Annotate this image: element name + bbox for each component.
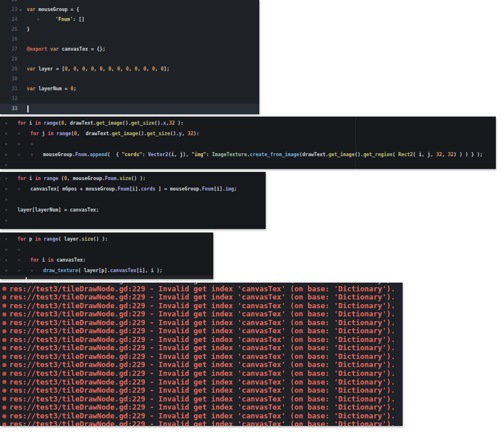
- line-number[interactable]: 22: [0, 0, 17, 5]
- line-number[interactable]: 26: [0, 34, 17, 44]
- code-area[interactable]: 2223⌄var mouseGroup = {24»'Fnum': []25}2…: [0, 0, 259, 114]
- error-message: res://test3/tileDrawNode.gd:229 - Invali…: [9, 284, 395, 293]
- code-area[interactable]: »for i in range(0, drawText.get_image().…: [0, 118, 496, 169]
- fold-caret-icon[interactable]: ⌄: [0, 172, 1, 183]
- code-token: layer[layerNum] = canvasTex;: [17, 207, 99, 213]
- code-line[interactable]: ⌄»for i in range (0, mouseGroup.Fnum.siz…: [0, 173, 266, 184]
- code-line[interactable]: »for i in range(0, drawText.get_image().…: [0, 118, 496, 128]
- error-row[interactable]: res://test3/tileDrawNode.gd:229 - Invali…: [0, 285, 403, 294]
- script-editor-snippet-1[interactable]: 2223⌄var mouseGroup = {24»'Fnum': []25}2…: [0, 0, 259, 114]
- code-token: drawText.: [86, 131, 112, 136]
- tab-indent-marker: »: [5, 255, 17, 265]
- code-line[interactable]: 26: [0, 34, 259, 44]
- error-row[interactable]: res://test3/tileDrawNode.gd:229 - Invali…: [0, 378, 403, 387]
- code-line[interactable]: 27@export var canvasTex = {};: [0, 44, 259, 54]
- tab-indent-marker: »: [17, 265, 30, 276]
- code-line[interactable]: 23⌄var mouseGroup = {: [0, 5, 259, 15]
- error-row[interactable]: res://test3/tileDrawNode.gd:229 - Invali…: [0, 369, 403, 378]
- code-token: var: [50, 46, 59, 52]
- code-line[interactable]: 28: [0, 54, 259, 64]
- code-area[interactable]: ⌄»for p in range( layer.size() ):»»⌄»»fo…: [0, 234, 213, 279]
- code-token: for: [17, 120, 26, 126]
- code-token: Fnum: [202, 186, 214, 192]
- code-token: "img": [192, 151, 206, 157]
- line-number[interactable]: 31: [0, 84, 17, 94]
- code-line[interactable]: ⌄»»for i in canvasTex:: [0, 255, 213, 265]
- code-line[interactable]: 30: [0, 74, 259, 84]
- code-line[interactable]: »: [0, 160, 496, 169]
- tab-indent-marker: »: [17, 255, 30, 265]
- error-row[interactable]: res://test3/tileDrawNode.gd:229 - Invali…: [0, 302, 403, 311]
- code-line[interactable]: »»»draw_texture( layer[p].canvasTex[i], …: [0, 265, 213, 276]
- error-row[interactable]: res://test3/tileDrawNode.gd:229 - Invali…: [0, 361, 403, 369]
- line-number[interactable]: 25: [0, 24, 17, 34]
- code-line[interactable]: »»: [0, 244, 213, 255]
- code-line[interactable]: »: [0, 215, 266, 225]
- error-message: res://test3/tileDrawNode.gd:229 - Invali…: [9, 420, 395, 426]
- line-number[interactable]: 23: [0, 5, 17, 15]
- code-line[interactable]: »»»mouseGroup.Fnum.append( { "cords": Ve…: [0, 149, 496, 160]
- script-editor-snippet-4[interactable]: ⌄»for p in range( layer.size() ):»»⌄»»fo…: [0, 232, 213, 279]
- error-dot-icon: [2, 355, 6, 359]
- code-token: var: [27, 66, 36, 72]
- code-line[interactable]: 31var layerNum = 0;: [0, 84, 259, 94]
- error-message: res://test3/tileDrawNode.gd:229 - Invali…: [9, 378, 395, 386]
- code-line[interactable]: »layer[layerNum] = canvasTex;: [0, 205, 266, 215]
- text-cursor: [27, 105, 29, 112]
- line-number[interactable]: 33: [0, 104, 17, 114]
- code-line[interactable]: »»»: [0, 139, 496, 149]
- line-number[interactable]: 29: [0, 64, 17, 74]
- error-console[interactable]: res://test3/tileDrawNode.gd:229 - Invali…: [0, 283, 403, 426]
- code-token: = {: [68, 6, 79, 12]
- error-message: res://test3/tileDrawNode.gd:229 - Invali…: [9, 309, 395, 318]
- code-token: for: [30, 257, 39, 263]
- error-row[interactable]: res://test3/tileDrawNode.gd:229 - Invali…: [0, 327, 403, 336]
- error-row[interactable]: res://test3/tileDrawNode.gd:229 - Invali…: [0, 386, 403, 395]
- error-row[interactable]: res://test3/tileDrawNode.gd:229 - Invali…: [0, 353, 403, 361]
- error-dot-icon: [2, 295, 6, 299]
- error-message: res://test3/tileDrawNode.gd:229 - Invali…: [9, 318, 395, 327]
- code-token: Fnum: [105, 175, 117, 181]
- error-row[interactable]: res://test3/tileDrawNode.gd:229 - Invali…: [0, 336, 403, 344]
- code-line[interactable]: 29var layer = [0, 0, 0, 0, 0, 0, 0, 0, 0…: [0, 64, 259, 74]
- code-line[interactable]: 24»'Fnum': []: [0, 15, 259, 24]
- code-token: get_image: [112, 131, 138, 136]
- code-token: drawText.: [70, 120, 96, 126]
- line-number[interactable]: 32: [0, 94, 17, 104]
- script-editor-snippet-3[interactable]: ⌄»for i in range (0, mouseGroup.Fnum.siz…: [0, 172, 266, 229]
- error-row[interactable]: res://test3/tileDrawNode.gd:229 - Invali…: [0, 319, 403, 327]
- line-number[interactable]: 30: [0, 74, 17, 84]
- code-line[interactable]: 25}: [0, 24, 259, 34]
- script-editor-snippet-2[interactable]: »for i in range(0, drawText.get_image().…: [0, 117, 496, 169]
- code-line[interactable]: »»canvasTex[ mGpos + mouseGroup.Fnum[i].…: [0, 184, 266, 194]
- code-area[interactable]: ⌄»for i in range (0, mouseGroup.Fnum.siz…: [0, 173, 266, 229]
- code-token: get_image: [329, 151, 355, 157]
- code-line[interactable]: 32: [0, 94, 259, 104]
- error-row[interactable]: res://test3/tileDrawNode.gd:229 - Invali…: [0, 395, 403, 404]
- code-token: canvasTex:: [54, 257, 86, 263]
- error-row[interactable]: res://test3/tileDrawNode.gd:229 - Invali…: [0, 403, 403, 412]
- error-row[interactable]: res://test3/tileDrawNode.gd:229 - Invali…: [0, 310, 403, 319]
- code-token: 32: [169, 120, 175, 126]
- line-number[interactable]: 24: [0, 15, 17, 24]
- code-line[interactable]: »: [0, 225, 266, 229]
- code-line[interactable]: »: [0, 194, 266, 205]
- code-token: layer = [: [36, 66, 65, 72]
- code-line[interactable]: 22: [0, 0, 259, 5]
- error-row[interactable]: res://test3/tileDrawNode.gd:229 - Invali…: [0, 344, 403, 353]
- fold-caret-icon[interactable]: ⌄: [0, 233, 1, 244]
- code-line[interactable]: »»for j in range(0, drawText.get_image()…: [0, 128, 496, 139]
- error-row[interactable]: res://test3/tileDrawNode.gd:229 - Invali…: [0, 293, 403, 302]
- code-line[interactable]: ⌄»for p in range( layer.size() ):: [0, 234, 213, 244]
- fold-caret-icon[interactable]: ⌄: [19, 4, 22, 14]
- code-token: ,: [94, 66, 100, 72]
- fold-caret-icon[interactable]: ⌄: [0, 254, 1, 265]
- code-token: :: [206, 151, 212, 157]
- error-row[interactable]: res://test3/tileDrawNode.gd:229 - Invali…: [0, 412, 403, 421]
- code-line[interactable]: »: [0, 276, 213, 279]
- line-number[interactable]: 27: [0, 44, 17, 54]
- tab-indent-marker: »: [17, 139, 30, 149]
- error-row[interactable]: res://test3/tileDrawNode.gd:229 - Invali…: [0, 420, 403, 426]
- line-number[interactable]: 28: [0, 54, 17, 64]
- code-line[interactable]: 33: [0, 104, 259, 114]
